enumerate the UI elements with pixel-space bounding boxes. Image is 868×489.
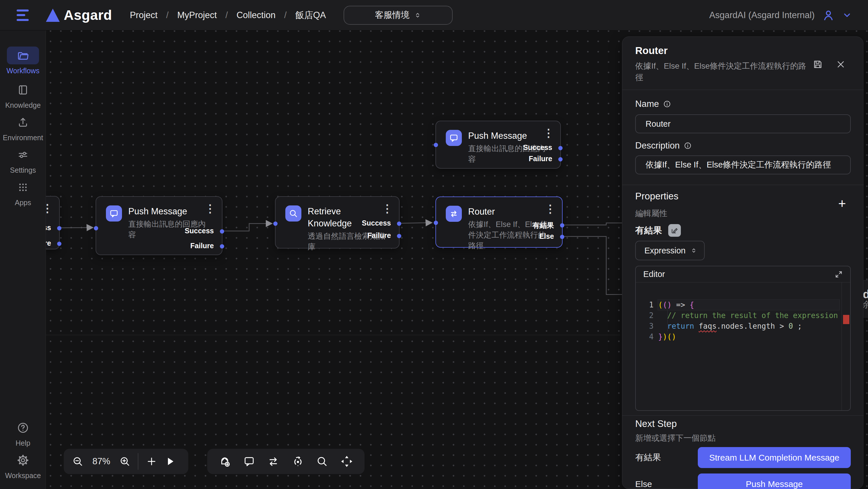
next-step-subtitle: 新增或選擇下一個節點 bbox=[635, 433, 716, 443]
panel-description: 依據If、Else If、Else條件決定工作流程執行的路徑 bbox=[635, 60, 807, 83]
breadcrumb: Project / MyProject / Collection / 飯店QA bbox=[130, 9, 326, 21]
message-node-icon[interactable] bbox=[243, 456, 255, 467]
output-port[interactable] bbox=[560, 223, 564, 228]
output-port[interactable] bbox=[57, 226, 61, 230]
expand-editor-button[interactable] bbox=[835, 270, 843, 279]
node-title: Push Message bbox=[128, 205, 209, 218]
output-label: Failure bbox=[190, 241, 214, 250]
workflow-node-retrieve-knowledge[interactable]: Retrieve Knowledge 透過自然語言檢索知識庫 ⋮ Success… bbox=[275, 196, 400, 249]
input-port[interactable] bbox=[94, 226, 98, 230]
properties-heading: Properties bbox=[635, 191, 678, 202]
sidebar-item-workspace[interactable]: Workspace bbox=[0, 451, 46, 480]
node-detail-panel: Router 依據If、Else If、Else條件決定工作流程執行的路徑 Na… bbox=[622, 36, 863, 489]
node-icon bbox=[106, 205, 122, 222]
next-step-button-stream-llm[interactable]: Stream LLM Completion Message bbox=[698, 447, 851, 468]
breadcrumb-separator: / bbox=[284, 10, 287, 20]
code-line: 3 return faqs.nodes.length > 0 ; bbox=[636, 321, 850, 332]
sidebar-item-label: Workspace bbox=[5, 471, 41, 480]
output-port[interactable] bbox=[57, 241, 61, 246]
properties-subtitle: 編輯屬性 bbox=[635, 208, 668, 219]
router-node-icon[interactable] bbox=[267, 455, 279, 467]
node-icon bbox=[285, 205, 301, 222]
output-port[interactable] bbox=[558, 157, 563, 162]
output-port[interactable] bbox=[220, 229, 224, 234]
breadcrumb-myproject[interactable]: MyProject bbox=[177, 10, 217, 20]
menu-icon[interactable] bbox=[17, 9, 29, 21]
sidebar-item-environment[interactable]: Environment bbox=[0, 114, 46, 142]
sliders-icon bbox=[17, 149, 29, 161]
line-number: 1 bbox=[636, 300, 654, 310]
next-step-button-push-message[interactable]: Push Message bbox=[698, 473, 851, 489]
sidebar-item-label: Workflows bbox=[7, 67, 40, 75]
brand-name: Asgard bbox=[64, 7, 112, 23]
output-port[interactable] bbox=[220, 244, 224, 249]
code-line: 2 // return the result of the expression bbox=[636, 310, 850, 321]
save-icon bbox=[813, 59, 823, 69]
add-trigger-icon[interactable] bbox=[219, 455, 231, 467]
next-step-heading: Next Step bbox=[635, 418, 677, 429]
zoom-in-icon[interactable] bbox=[119, 456, 130, 467]
output-port[interactable] bbox=[397, 234, 401, 238]
output-port[interactable] bbox=[397, 222, 401, 226]
user-icon[interactable] bbox=[822, 9, 835, 22]
workflow-node-router[interactable]: Router 依據If、Else If、Else條件決定工作流程執行的路徑 ⋮ … bbox=[435, 197, 563, 248]
name-input[interactable]: Router bbox=[635, 114, 851, 133]
sidebar-item-knowledge[interactable]: Knowledge bbox=[0, 81, 46, 110]
code-editor[interactable]: 1(() => {2 // return the result of the e… bbox=[636, 282, 850, 411]
edit-property-button[interactable] bbox=[668, 224, 681, 237]
zoom-out-icon[interactable] bbox=[72, 456, 83, 467]
sidebar-item-settings[interactable]: Settings bbox=[0, 146, 46, 174]
node-menu-icon[interactable]: ⋮ bbox=[382, 203, 393, 214]
sidebar-item-help[interactable]: Help bbox=[0, 419, 46, 447]
save-button[interactable] bbox=[813, 59, 823, 69]
node-head: Retrieve Knowledge 透過自然語言檢索知識庫 bbox=[285, 205, 386, 252]
workflow-node-push-message-mid[interactable]: Push Message 直接輸出訊息的回應內容 ⋮ Success Failu… bbox=[96, 196, 222, 255]
upload-icon bbox=[17, 117, 29, 128]
folder-icon bbox=[17, 50, 29, 61]
close-icon bbox=[836, 60, 845, 69]
info-icon bbox=[684, 142, 692, 150]
breadcrumb-separator: / bbox=[225, 10, 228, 20]
sidebar-item-apps[interactable]: Apps bbox=[0, 178, 46, 207]
sidebar-item-label: Knowledge bbox=[5, 101, 41, 110]
breadcrumb-collection[interactable]: Collection bbox=[237, 10, 276, 20]
line-number: 3 bbox=[636, 321, 654, 332]
chat-icon bbox=[110, 209, 119, 218]
close-button[interactable] bbox=[836, 60, 845, 69]
sidebar-item-workflows[interactable]: Workflows bbox=[0, 47, 46, 75]
name-label: Name bbox=[635, 99, 671, 109]
node-menu-icon[interactable]: ⋮ bbox=[205, 203, 216, 214]
property-type-select[interactable]: Expression bbox=[635, 241, 705, 260]
run-workflow-icon[interactable] bbox=[165, 456, 176, 467]
description-input[interactable]: 依據If、Else If、Else條件決定工作流程執行的路徑 bbox=[635, 155, 851, 174]
output-port[interactable] bbox=[558, 146, 563, 150]
input-port[interactable] bbox=[434, 143, 438, 147]
input-port[interactable] bbox=[273, 222, 278, 226]
node-menu-icon[interactable]: ⋮ bbox=[543, 127, 554, 139]
wire bbox=[223, 224, 272, 231]
code-line: 1(() => { bbox=[636, 300, 850, 310]
add-property-button[interactable]: + bbox=[838, 198, 846, 209]
breadcrumb-project[interactable]: Project bbox=[130, 10, 157, 20]
next-step-branch-label: 有結果 bbox=[635, 452, 698, 463]
code-line: 4})() bbox=[636, 332, 850, 342]
output-port[interactable] bbox=[560, 235, 564, 239]
node-title: Router bbox=[468, 206, 549, 218]
edit-icon bbox=[671, 227, 678, 234]
breadcrumb-workflow[interactable]: 飯店QA bbox=[296, 9, 326, 21]
workflow-node-push-message-top[interactable]: Push Message 直接輸出訊息的回應內容 ⋮ Success Failu… bbox=[435, 121, 561, 169]
locate-icon[interactable] bbox=[292, 455, 304, 467]
environment-selector[interactable]: 客服情境 bbox=[344, 6, 453, 25]
gear-icon bbox=[17, 454, 29, 467]
wire bbox=[563, 236, 623, 294]
property-type-value: Expression bbox=[644, 246, 685, 255]
node-title: Push Message bbox=[468, 130, 548, 142]
line-number: 2 bbox=[636, 310, 654, 321]
search-canvas-icon[interactable] bbox=[316, 456, 328, 467]
chevron-down-icon[interactable] bbox=[842, 10, 852, 20]
add-node-icon[interactable] bbox=[146, 456, 157, 467]
fit-view-icon[interactable] bbox=[340, 455, 353, 468]
input-port[interactable] bbox=[434, 221, 438, 225]
node-menu-icon[interactable]: ⋮ bbox=[545, 203, 556, 214]
expression-editor: Editor 1(() => {2 // return the result o… bbox=[635, 266, 851, 411]
